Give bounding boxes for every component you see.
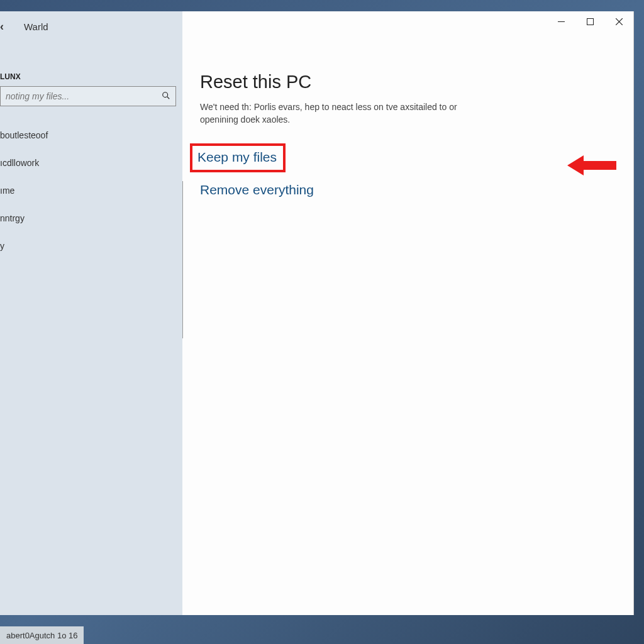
sidebar-item[interactable]: ıme <box>0 177 182 204</box>
taskbar-badge-label: abert0Agutch 1o 16 <box>6 631 77 640</box>
sidebar: ‹ Warld LUNX boutlesteoof ıcdllowork ıme… <box>0 11 182 615</box>
close-button[interactable] <box>604 11 633 31</box>
back-icon[interactable]: ‹ <box>0 20 4 33</box>
maximize-button[interactable] <box>575 11 604 31</box>
option-keep-files[interactable]: Keep my files <box>190 143 286 172</box>
sidebar-item[interactable]: y <box>0 232 182 260</box>
search-input[interactable] <box>1 89 157 104</box>
svg-marker-6 <box>567 155 616 175</box>
taskbar-badge[interactable]: abert0Agutch 1o 16 <box>0 626 84 644</box>
sidebar-item[interactable]: nntrgy <box>0 204 182 232</box>
option-remove-everything[interactable]: Remove everything <box>192 175 320 205</box>
search-icon[interactable] <box>157 91 175 102</box>
app-label: Warld <box>24 21 48 32</box>
panel-divider <box>182 181 183 338</box>
settings-window: ‹ Warld LUNX boutlesteoof ıcdllowork ıme… <box>0 11 634 615</box>
sidebar-header: ‹ Warld <box>0 11 182 42</box>
window-controls <box>547 11 633 31</box>
svg-point-0 <box>163 92 168 97</box>
page-description: We't need th: Porlis evars, hep to neact… <box>182 101 484 143</box>
sidebar-item[interactable]: ıcdllowork <box>0 149 182 177</box>
option-remove-everything-wrap: Remove everything <box>182 175 633 205</box>
minimize-button[interactable] <box>547 11 575 31</box>
search-box[interactable] <box>0 86 176 106</box>
sidebar-item[interactable]: boutlesteoof <box>0 121 182 149</box>
svg-rect-3 <box>587 18 593 25</box>
arrow-annotation-icon <box>567 153 618 178</box>
sidebar-section-label: LUNX <box>0 42 182 86</box>
option-keep-files-wrap: Keep my files <box>182 143 633 172</box>
svg-line-1 <box>167 96 170 99</box>
main-panel: Reset this PC We't need th: Porlis evars… <box>182 11 633 615</box>
